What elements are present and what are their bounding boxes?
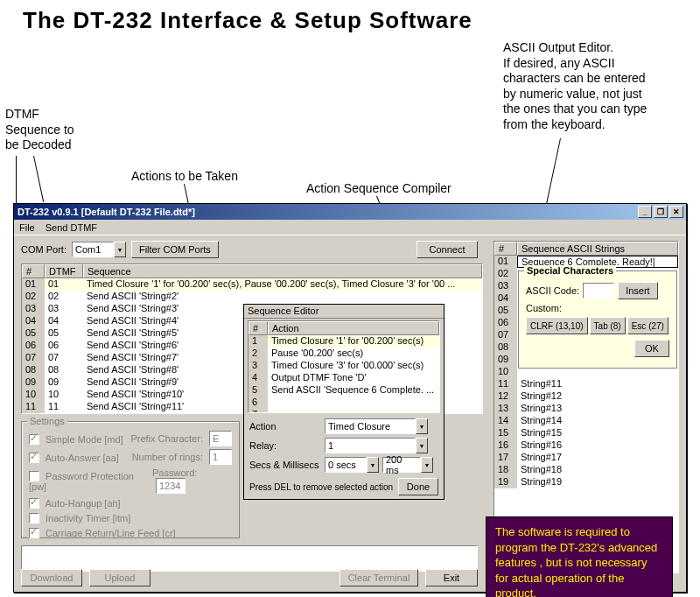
custom-label: Custom: <box>526 303 669 313</box>
checkbox-crlf[interactable] <box>29 528 39 538</box>
table-row[interactable]: 4Output DTMF Tone 'D' <box>248 372 439 384</box>
seqed-action-label: Action <box>249 421 325 432</box>
seqed-ms-select[interactable]: 200 ms ▼ <box>382 457 433 473</box>
comport-value: Com1 <box>72 242 114 257</box>
seqed-hint: Press DEL to remove selected action <box>249 482 393 492</box>
page-title: The DT-232 Interface & Setup Software <box>23 7 472 34</box>
seqed-relay-select[interactable]: 1 ▼ <box>325 438 428 453</box>
prefix-field[interactable]: E <box>209 431 232 446</box>
ascii-code-field[interactable] <box>583 283 614 298</box>
menu-send-dtmf[interactable]: Send DTMF <box>46 222 97 233</box>
window-title: DT-232 v0.9.1 [Default DT-232 File.dtd*] <box>18 207 195 217</box>
annot-actions: Actions to be Taken <box>131 169 238 185</box>
chevron-down-icon: ▼ <box>416 438 428 453</box>
connect-button[interactable]: Connect <box>416 241 478 258</box>
done-button[interactable]: Done <box>398 478 438 495</box>
table-row[interactable]: 11String#11 <box>494 378 678 390</box>
upload-button[interactable]: Upload <box>89 569 150 586</box>
table-row[interactable]: 13String#13 <box>494 403 678 415</box>
footer-note: The software is required to program the … <box>486 516 673 597</box>
sequence-editor-window: Sequence Editor # Action 1Timed Closure … <box>243 304 444 500</box>
special-characters-title: Special Characters <box>524 265 616 276</box>
table-row[interactable]: 17String#17 <box>494 452 678 464</box>
crlf-label: Carriage Return/Line Feed [cr] <box>46 528 176 538</box>
checkbox-inactivity[interactable] <box>29 513 39 523</box>
table-row[interactable]: 0101Timed Closure '1' for '00.200' sec(s… <box>22 278 482 291</box>
annot-ascii: ASCII Output Editor. If desired, any ASC… <box>503 40 687 132</box>
seqed-action-select[interactable]: Timed Closure ▼ <box>325 418 428 434</box>
chevron-down-icon: ▼ <box>114 242 126 257</box>
table-row[interactable]: 15String#15 <box>494 427 678 439</box>
col-sequence: Sequence <box>83 264 482 278</box>
checkbox-pw[interactable] <box>29 471 39 481</box>
rings-label: Number of rings: <box>132 452 203 462</box>
sequence-editor-table[interactable]: # Action 1Timed Closure '1' for '00.200'… <box>248 320 440 413</box>
download-button[interactable]: Download <box>21 569 82 586</box>
filter-ports-button[interactable]: Filter COM Ports <box>131 241 219 258</box>
terminal-window[interactable] <box>21 545 478 572</box>
chevron-down-icon: ▼ <box>416 418 428 434</box>
comport-select[interactable]: Com1 ▼ <box>72 242 126 257</box>
crlf-button[interactable]: CLRF (13,10) <box>526 317 588 334</box>
menubar: File Send DTMF <box>14 220 686 235</box>
inactivity-label: Inactivity Timer [itm] <box>46 513 130 523</box>
table-row[interactable]: 6 <box>248 397 439 409</box>
pw-field-label: Password: <box>152 467 197 478</box>
seqed-col-num: # <box>248 321 268 335</box>
esc-button[interactable]: Esc (27) <box>627 317 668 334</box>
annot-compiler: Action Sequence Compiler <box>306 181 452 197</box>
prefix-label: Prefix Character: <box>130 433 203 444</box>
seqed-secs-select[interactable]: 0 secs ▼ <box>325 457 379 473</box>
ascii-col-str: Sequence ASCII Strings <box>517 242 678 256</box>
rings-field[interactable]: 1 <box>209 449 232 465</box>
table-row[interactable]: 16String#16 <box>494 439 678 452</box>
comport-label: COM Port: <box>21 244 66 255</box>
settings-title: Settings <box>27 416 67 426</box>
ascii-code-label: ASCII Code: <box>526 285 579 296</box>
table-row[interactable]: 14String#14 <box>494 415 678 427</box>
close-button[interactable]: ✕ <box>669 206 683 218</box>
ascii-col-num: # <box>494 242 517 256</box>
seqed-secs-value: 0 secs <box>325 457 367 473</box>
tab-button[interactable]: Tab (8) <box>590 317 626 334</box>
sequence-editor-title: Sequence Editor <box>244 305 444 319</box>
table-row[interactable]: 7 <box>248 409 439 413</box>
autohangup-label: Auto-Hangup [ah] <box>45 498 120 509</box>
special-characters-panel: Special Characters ASCII Code: Insert Cu… <box>518 270 677 369</box>
autoanswer-label: Auto-Answer [aa] <box>45 453 118 463</box>
table-row[interactable]: 5Send ASCII 'Sequence 6 Complete. ... <box>248 384 439 397</box>
annot-dtmf: DTMF Sequence to be Decoded <box>5 107 102 153</box>
table-row[interactable]: 12String#12 <box>494 390 678 403</box>
menu-file[interactable]: File <box>19 222 35 233</box>
chevron-down-icon: ▼ <box>421 457 433 473</box>
simple-mode-label: Simple Mode [md] <box>46 434 123 445</box>
checkbox-autoanswer[interactable] <box>29 453 39 463</box>
titlebar: DT-232 v0.9.1 [Default DT-232 File.dtd*]… <box>14 204 686 220</box>
table-row[interactable]: 18String#18 <box>494 464 678 476</box>
seqed-action-value: Timed Closure <box>325 418 416 434</box>
table-row[interactable]: 2Pause '00.200' sec(s) <box>248 348 439 360</box>
table-row[interactable]: 1Timed Closure '1' for '00.200' sec(s) <box>248 335 439 348</box>
ok-button[interactable]: OK <box>634 340 669 357</box>
seqed-ms-value: 200 ms <box>382 457 421 473</box>
col-dtmf: DTMF <box>45 264 83 278</box>
maximize-button[interactable]: ❐ <box>654 206 668 218</box>
checkbox-simple[interactable] <box>29 434 39 445</box>
table-row[interactable]: 19String#19 <box>494 476 678 488</box>
toolbar: COM Port: Com1 ▼ Filter COM Ports <box>21 241 219 258</box>
col-num: # <box>22 264 45 278</box>
pw-field[interactable]: 1234 <box>156 478 186 494</box>
checkbox-autohangup[interactable] <box>29 498 39 509</box>
table-row[interactable]: 3Timed Closure '3' for '00.000' sec(s) <box>248 360 439 372</box>
seqed-relay-label: Relay: <box>249 440 325 451</box>
table-row[interactable]: 0202Send ASCII 'String#2' <box>22 291 482 303</box>
seqed-col-action: Action <box>268 321 439 335</box>
seqed-secs-label: Secs & Millisecs <box>249 460 325 470</box>
exit-button[interactable]: Exit <box>425 569 478 586</box>
ascii-edit-row-num: 01 <box>494 256 517 268</box>
clear-terminal-button[interactable]: Clear Terminal <box>340 569 418 586</box>
minimize-button[interactable]: _ <box>638 206 652 218</box>
chevron-down-icon: ▼ <box>367 457 379 473</box>
settings-group: Settings Simple Mode [md] Prefix Charact… <box>21 421 240 538</box>
insert-button[interactable]: Insert <box>618 282 658 299</box>
